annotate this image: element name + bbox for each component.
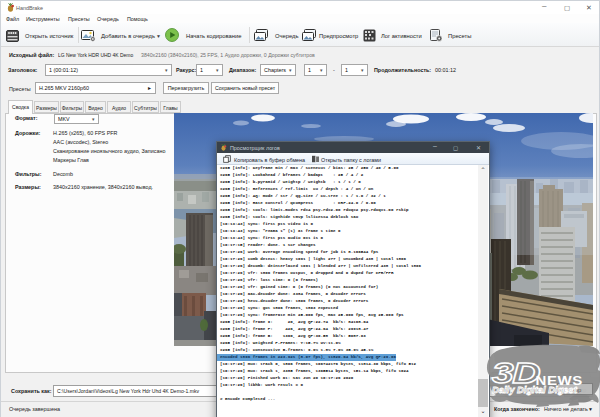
svg-text:Daily Digital Digest: Daily Digital Digest <box>492 384 578 395</box>
